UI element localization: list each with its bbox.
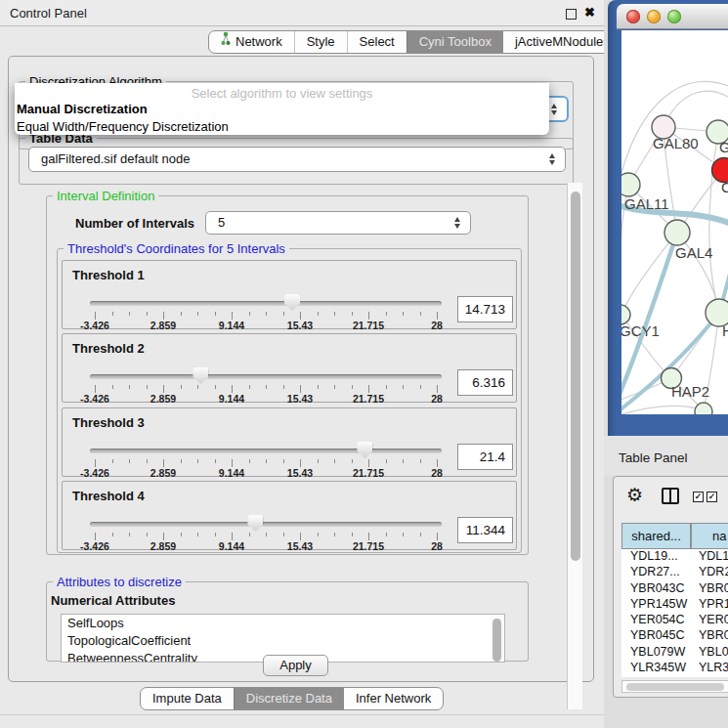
cell[interactable]: YDR27... (621, 565, 691, 580)
slider-track[interactable] (90, 522, 442, 527)
cell[interactable]: YLR3 (691, 661, 728, 676)
tab-style[interactable]: Style (294, 31, 347, 53)
threshold-value-field[interactable]: 21.4 (457, 444, 513, 470)
slider-tick-labels: -3.4262.8599.14415.4321.71528 (95, 540, 437, 552)
table-row[interactable]: YDR27...YDR2 (621, 565, 728, 580)
combo-value: 5 (218, 215, 225, 230)
tab-impute-data[interactable]: Impute Data (141, 688, 234, 709)
dropdown-option-equal-width[interactable]: Equal Width/Frequency Discretization (15, 118, 549, 136)
slider-handle[interactable] (247, 515, 263, 532)
node-label: GAL11 (624, 195, 669, 212)
table-row[interactable]: YBL079WYBL0 (621, 645, 728, 661)
slider-handle[interactable] (193, 367, 208, 384)
scrollbar-thumb[interactable] (571, 192, 580, 561)
cell[interactable]: YDR2 (691, 565, 728, 580)
dropdown-option-manual[interactable]: Manual Discretization (15, 101, 549, 118)
table-rows: YDL19...YDL1 YDR27...YDR2 YBR043CYBR0 YP… (621, 549, 728, 677)
apply-button[interactable]: Apply (263, 655, 328, 676)
node-gal4[interactable] (664, 220, 690, 245)
combo-arrows-icon (549, 153, 556, 165)
group-title: Interval Definition (53, 189, 158, 203)
bottom-tab-bar: Impute Data Discretize Data Infer Networ… (140, 687, 444, 710)
minimize-traffic-light[interactable] (647, 10, 661, 23)
slider-track[interactable] (90, 374, 442, 379)
threshold-value-field[interactable]: 11.344 (457, 517, 513, 543)
table-row[interactable]: YLR345WYLR3 (621, 661, 728, 676)
table-row[interactable]: YPR145WYPR1 (621, 597, 728, 613)
slider-track[interactable] (90, 301, 442, 306)
list-item[interactable]: TopologicalCoefficient (62, 632, 504, 650)
tab-label: Network (236, 31, 282, 53)
threshold-label: Threshold 2 (72, 341, 145, 356)
network-canvas[interactable]: GAL80 GA C GAL11 GAL4 GCY1 H HAP2 (621, 30, 728, 414)
slider-handle[interactable] (357, 442, 372, 458)
table-panel-title: Table Panel (619, 450, 688, 465)
threshold-4-slider[interactable]: -3.4262.8599.14415.4321.71528 (90, 514, 442, 551)
network-nodes[interactable] (621, 115, 728, 414)
gear-icon[interactable]: ⚙ (626, 484, 643, 506)
cell[interactable]: YLR345W (621, 661, 691, 676)
column-header-name[interactable]: na (691, 523, 728, 549)
horizontal-scrollbar[interactable] (621, 680, 728, 693)
node-gal11[interactable] (621, 173, 640, 196)
cell[interactable]: YER0 (691, 613, 728, 628)
threshold-3-slider[interactable]: -3.4262.8599.14415.4321.71528 (90, 441, 442, 478)
close-icon[interactable]: ✖ (584, 5, 595, 20)
vertical-scrollbar[interactable] (567, 183, 582, 709)
threshold-2-slider[interactable]: -3.4262.8599.14415.4321.71528 (90, 366, 442, 404)
threshold-1-slider[interactable]: -3.4262.8599.14415.4321.71528 (90, 293, 442, 330)
checkbox-icon[interactable]: ✓ (693, 492, 704, 502)
cell[interactable]: YBL079W (621, 645, 691, 661)
tab-label: Cyni Toolbox (419, 31, 492, 53)
number-of-intervals-combobox[interactable]: 5 (205, 211, 471, 235)
tab-cyni-toolbox[interactable]: Cyni Toolbox (407, 31, 503, 53)
cell[interactable]: YPR145W (621, 597, 691, 613)
node-label: GAL4 (675, 244, 712, 261)
node-gcy1[interactable] (621, 305, 630, 324)
table-row[interactable]: YBR043CYBR0 (621, 581, 728, 597)
network-window: GAL80 GA C GAL11 GAL4 GCY1 H HAP2 (608, 0, 728, 436)
cell[interactable]: YBR045C (621, 628, 691, 644)
cell[interactable]: YIL052C (621, 676, 691, 677)
threshold-value-field[interactable]: 6.316 (457, 369, 513, 396)
split-columns-icon[interactable] (662, 488, 679, 504)
close-traffic-light[interactable] (626, 10, 640, 23)
cell[interactable]: YBR0 (691, 628, 728, 644)
threshold-2-panel: Threshold 2 -3.4262.8599.14415.4321.7152… (62, 333, 517, 403)
scrollbar-thumb[interactable] (626, 683, 724, 691)
table-row[interactable]: YBR045CYBR0 (621, 628, 728, 644)
slider-track[interactable] (90, 449, 442, 453)
node-label: H (722, 322, 728, 339)
cell[interactable]: YBL0 (691, 645, 728, 661)
slider-handle[interactable] (284, 294, 300, 311)
cell[interactable]: YBR043C (621, 581, 691, 597)
threshold-label: Threshold 1 (72, 268, 145, 282)
column-header-shared-name[interactable]: shared... (621, 523, 691, 549)
threshold-value-field[interactable]: 14.713 (457, 296, 513, 322)
tab-network[interactable]: Network (209, 31, 294, 53)
checkbox-icon[interactable]: ✓ (707, 492, 717, 502)
tab-infer-network[interactable]: Infer Network (344, 688, 443, 709)
cell[interactable]: YIL0 (691, 676, 728, 677)
number-of-intervals-label: Number of Intervals (75, 216, 194, 231)
dropdown-prompt: Select algorithm to view settings (15, 83, 549, 101)
table-row[interactable]: YIL052CYIL0 (621, 676, 728, 677)
network-window-titlebar[interactable] (617, 4, 728, 29)
list-item[interactable]: SelfLoops (62, 615, 504, 632)
cell[interactable]: YDL19... (621, 549, 691, 565)
cell[interactable]: YPR1 (691, 597, 728, 613)
thresholds-group: Threshold's Coordinates for 5 Intervals … (57, 248, 522, 553)
float-window-icon[interactable] (566, 9, 577, 20)
top-tab-bar: Network Style Select Cyni Toolbox jActiv… (208, 30, 622, 54)
table-row[interactable]: YDL19...YDL1 (621, 549, 728, 565)
table-row[interactable]: YER054CYER0 (621, 613, 728, 628)
tab-discretize-data[interactable]: Discretize Data (234, 688, 344, 709)
table-data-combobox[interactable]: galFiltered.sif default node (28, 147, 566, 172)
right-column: GAL80 GA C GAL11 GAL4 GCY1 H HAP2 Table … (604, 0, 728, 728)
cell[interactable]: YDL1 (691, 549, 728, 565)
tab-select[interactable]: Select (347, 31, 407, 53)
zoom-traffic-light[interactable] (667, 10, 681, 23)
node-bottom-right[interactable] (695, 403, 712, 414)
cell[interactable]: YBR0 (691, 581, 728, 597)
cell[interactable]: YER054C (621, 613, 691, 628)
